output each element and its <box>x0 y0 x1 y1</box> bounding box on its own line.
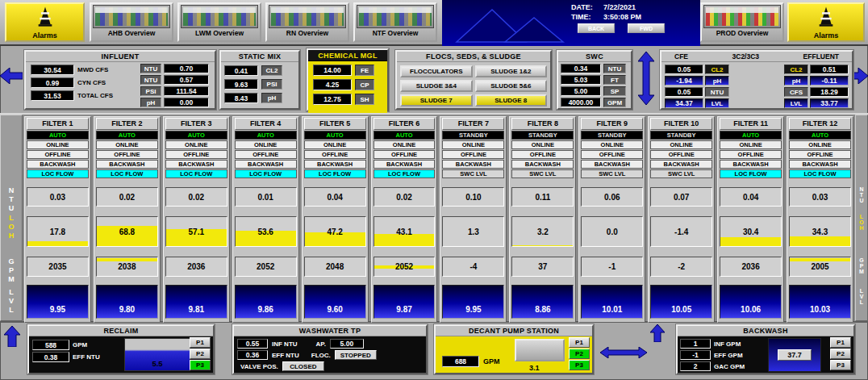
filter-flow-mode[interactable]: LOC FLOW <box>96 169 158 178</box>
reclaim-pump-p3-button[interactable]: P3 <box>190 360 211 370</box>
filter-offline[interactable]: OFFLINE <box>165 150 227 159</box>
filter-flow-mode[interactable]: SWC LVL <box>650 169 712 178</box>
filter-flow-mode[interactable]: LOC FLOW <box>165 169 227 178</box>
filter-mode[interactable]: AUTO <box>373 131 436 140</box>
filter-mode[interactable]: AUTO <box>27 131 89 140</box>
filter-backwash[interactable]: BACKWASH <box>235 160 297 169</box>
backwash-pump-p2-button[interactable]: P2 <box>830 349 851 359</box>
filter-flow-mode[interactable]: LOC FLOW <box>235 169 297 178</box>
washwater-title: WASHWATER TP <box>234 326 426 336</box>
filter-backwash[interactable]: BACKWASH <box>27 160 89 169</box>
filter-offline[interactable]: OFFLINE <box>304 150 366 159</box>
filter-title[interactable]: FILTER 4 <box>235 118 297 130</box>
effluent-row: 0.05 CL2 CL2 0.51 <box>665 65 849 74</box>
alarms-button-left[interactable]: Alarms <box>5 2 85 42</box>
filter-backwash[interactable]: BACKWASH <box>304 160 366 169</box>
filter-title[interactable]: FILTER 2 <box>96 118 158 130</box>
filter-online[interactable]: ONLINE <box>650 140 712 149</box>
filter-offline[interactable]: OFFLINE <box>27 150 89 159</box>
filter-backwash[interactable]: BACKWASH <box>442 160 504 169</box>
overview-nav-button[interactable]: NTF Overview <box>353 2 437 42</box>
decant-pump-p3-button[interactable]: P3 <box>569 360 590 370</box>
filter-flow-mode[interactable]: SWC LVL <box>581 169 643 178</box>
filter-offline[interactable]: OFFLINE <box>789 150 851 159</box>
filter-online[interactable]: ONLINE <box>720 140 782 149</box>
filter-title[interactable]: FILTER 7 <box>442 118 504 130</box>
filter-flow-mode[interactable]: SWC LVL <box>442 169 504 178</box>
overview-nav-button[interactable]: RN Overview <box>265 2 349 42</box>
overview-nav-button[interactable]: PROD Overview <box>700 2 784 42</box>
filter-mode[interactable]: STANDBY <box>650 131 712 140</box>
alarms-button-right[interactable]: Alarms <box>787 2 865 42</box>
filter-offline[interactable]: OFFLINE <box>373 150 436 159</box>
filter-title[interactable]: FILTER 10 <box>650 118 712 130</box>
filter-mode[interactable]: AUTO <box>789 131 851 140</box>
overview-nav-button[interactable]: LWM Overview <box>177 2 261 42</box>
overview-nav-button[interactable]: AHB Overview <box>90 2 173 42</box>
filter-flow-mode[interactable]: LOC FLOW <box>789 169 851 178</box>
backwash-pump-p1-button[interactable]: P1 <box>830 337 851 348</box>
filter-title[interactable]: FILTER 9 <box>581 118 643 130</box>
filter-title[interactable]: FILTER 11 <box>720 118 782 130</box>
filter-title[interactable]: FILTER 12 <box>789 118 851 130</box>
filter-offline[interactable]: OFFLINE <box>581 150 643 159</box>
filter-flow-mode[interactable]: LOC FLOW <box>720 169 782 178</box>
filter-mode[interactable]: STANDBY <box>511 131 574 140</box>
filter-backwash[interactable]: BACKWASH <box>789 160 851 169</box>
fwd-button[interactable]: FWD <box>628 23 665 33</box>
filter-mode[interactable]: AUTO <box>304 131 366 140</box>
filter-online[interactable]: ONLINE <box>789 140 851 149</box>
filter-backwash[interactable]: BACKWASH <box>165 160 227 169</box>
filter-online[interactable]: ONLINE <box>581 140 643 149</box>
filter-offline[interactable]: OFFLINE <box>96 150 158 159</box>
decant-pump-p2-button[interactable]: P2 <box>569 349 590 359</box>
filter-backwash[interactable]: BACKWASH <box>96 160 158 169</box>
sludge-nav-button[interactable]: SLUDGE 1&2 <box>475 65 548 77</box>
filter-mode[interactable]: STANDBY <box>581 131 643 140</box>
filter-offline[interactable]: OFFLINE <box>235 150 297 159</box>
filter-loh-fill <box>512 245 573 246</box>
filter-ntu-value: 0.02 <box>189 193 204 202</box>
filter-mode[interactable]: AUTO <box>235 131 297 140</box>
filter-backwash[interactable]: BACKWASH <box>650 160 712 169</box>
filter-backwash[interactable]: BACKWASH <box>581 160 643 169</box>
sludge-nav-button[interactable]: SLUDGE 5&6 <box>475 80 548 92</box>
sludge-nav-button[interactable]: SLUDGE 7 <box>400 94 473 106</box>
filter-title[interactable]: FILTER 5 <box>304 118 366 130</box>
filter-mode[interactable]: AUTO <box>165 131 227 140</box>
sludge-nav-button[interactable]: FLOCCULATORS <box>400 65 473 77</box>
filter-online[interactable]: ONLINE <box>511 140 574 149</box>
filter-online[interactable]: ONLINE <box>96 140 158 149</box>
filter-mode[interactable]: STANDBY <box>442 131 504 140</box>
filter-flow-mode[interactable]: SWC LVL <box>511 169 574 178</box>
back-button[interactable]: BACK <box>578 23 615 33</box>
sludge-nav-button[interactable]: SLUDGE 8 <box>475 94 548 106</box>
filter-flow-mode[interactable]: LOC FLOW <box>373 169 436 178</box>
filter-offline[interactable]: OFFLINE <box>650 150 712 159</box>
sludge-nav-button[interactable]: SLUDGE 3&4 <box>400 80 473 92</box>
filter-online[interactable]: ONLINE <box>373 140 436 149</box>
filter-online[interactable]: ONLINE <box>27 140 89 149</box>
decant-pump-p1-button[interactable]: P1 <box>569 337 590 348</box>
filter-backwash[interactable]: BACKWASH <box>720 160 782 169</box>
filter-title[interactable]: FILTER 1 <box>27 118 89 130</box>
filter-flow-mode[interactable]: LOC FLOW <box>27 169 89 178</box>
reclaim-pump-p1-button[interactable]: P1 <box>190 337 211 348</box>
filter-title[interactable]: FILTER 3 <box>165 118 227 130</box>
filter-title[interactable]: FILTER 6 <box>373 118 436 130</box>
filter-offline[interactable]: OFFLINE <box>511 150 574 159</box>
filter-backwash[interactable]: BACKWASH <box>373 160 436 169</box>
filter-online[interactable]: ONLINE <box>442 140 504 149</box>
reclaim-pump-p2-button[interactable]: P2 <box>190 349 211 359</box>
filter-flow-mode[interactable]: LOC FLOW <box>304 169 366 178</box>
filter-offline[interactable]: OFFLINE <box>442 150 504 159</box>
filter-offline[interactable]: OFFLINE <box>720 150 782 159</box>
filter-online[interactable]: ONLINE <box>165 140 227 149</box>
filter-mode[interactable]: AUTO <box>720 131 782 140</box>
filter-online[interactable]: ONLINE <box>235 140 297 149</box>
backwash-pump-p3-button[interactable]: P3 <box>830 360 851 370</box>
filter-mode[interactable]: AUTO <box>96 131 158 140</box>
filter-title[interactable]: FILTER 8 <box>511 118 574 130</box>
filter-online[interactable]: ONLINE <box>304 140 366 149</box>
filter-backwash[interactable]: BACKWASH <box>511 160 574 169</box>
